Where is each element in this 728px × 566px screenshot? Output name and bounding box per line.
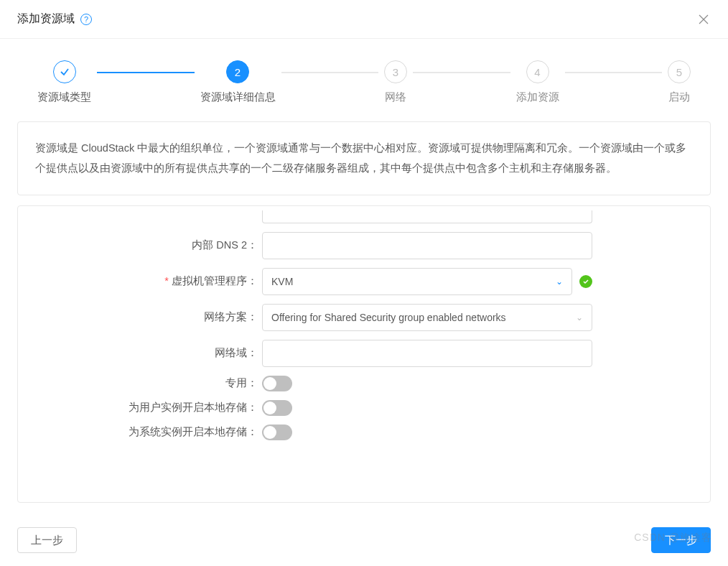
step-add-resources[interactable]: 4 添加资源 [516, 60, 559, 104]
form-control: KVM ⌄ [262, 268, 592, 295]
modal-footer: 上一步 下一步 [0, 517, 728, 566]
form-control [262, 340, 592, 367]
step-label: 资源域类型 [37, 91, 91, 104]
hypervisor-value: KVM [271, 276, 293, 287]
network-offering-label: 网络方案： [18, 310, 262, 324]
previous-input-bottom[interactable] [262, 210, 592, 223]
form-scroll-area[interactable]: 内部 DNS 2： 虚拟机管理程序： KVM ⌄ [18, 206, 710, 502]
step-zone-details[interactable]: 2 资源域详细信息 [200, 60, 276, 104]
wizard-steps: 资源域类型 2 资源域详细信息 3 网络 4 添加资源 5 启动 [17, 60, 711, 104]
form-control [262, 400, 592, 416]
network-offering-value: Offering for Shared Security group enabl… [271, 312, 506, 323]
form-row-dedicated: 专用： [18, 376, 710, 391]
zone-description: 资源域是 CloudStack 中最大的组织单位，一个资源域通常与一个数据中心相… [17, 121, 711, 195]
step-number-icon: 2 [226, 60, 249, 83]
internal-dns2-label: 内部 DNS 2： [18, 238, 262, 252]
step-zone-type[interactable]: 资源域类型 [37, 60, 91, 104]
check-icon [53, 60, 76, 83]
form-control [262, 424, 592, 440]
modal-title-wrap: 添加资源域 ? [17, 11, 92, 27]
form-row-hypervisor: 虚拟机管理程序： KVM ⌄ [18, 268, 710, 295]
step-connector [281, 72, 379, 73]
network-offering-select[interactable]: Offering for Shared Security group enabl… [262, 304, 592, 331]
form-control [262, 232, 592, 259]
step-connector [97, 72, 195, 73]
form-container: 内部 DNS 2： 虚拟机管理程序： KVM ⌄ [17, 205, 711, 503]
hypervisor-label: 虚拟机管理程序： [18, 274, 262, 288]
network-domain-input[interactable] [262, 340, 592, 367]
step-label: 网络 [385, 91, 406, 104]
form-row-local-storage-system: 为系统实例开启本地存储： [18, 424, 710, 440]
form-row-network-offering: 网络方案： Offering for Shared Security group… [18, 304, 710, 331]
local-storage-user-label: 为用户实例开启本地存储： [18, 401, 262, 414]
internal-dns2-input[interactable] [262, 232, 592, 259]
chevron-down-icon: ⌄ [556, 277, 563, 287]
form-row-prev-cut [18, 210, 710, 223]
close-icon[interactable] [696, 12, 711, 27]
form-control [262, 210, 592, 223]
form-row-network-domain: 网络域： [18, 340, 710, 367]
step-number-icon: 3 [384, 60, 407, 83]
step-connector [413, 72, 510, 73]
previous-button[interactable]: 上一步 [17, 527, 77, 553]
form-row-local-storage-user: 为用户实例开启本地存储： [18, 400, 710, 416]
local-storage-system-label: 为系统实例开启本地存储： [18, 425, 262, 439]
local-storage-system-toggle[interactable] [262, 424, 292, 440]
modal-header: 添加资源域 ? [0, 0, 728, 39]
hypervisor-select[interactable]: KVM ⌄ [262, 268, 572, 295]
next-button[interactable]: 下一步 [651, 527, 711, 553]
form-control: Offering for Shared Security group enabl… [262, 304, 592, 331]
step-label: 添加资源 [516, 91, 559, 104]
check-circle-icon [579, 275, 592, 288]
step-number-icon: 4 [526, 60, 549, 83]
step-label: 启动 [668, 91, 690, 104]
chevron-down-icon: ⌄ [576, 312, 583, 323]
modal-body: 资源域类型 2 资源域详细信息 3 网络 4 添加资源 5 启动 资源 [0, 39, 728, 517]
step-network[interactable]: 3 网络 [384, 60, 407, 104]
step-launch[interactable]: 5 启动 [668, 60, 691, 104]
form-control [262, 376, 592, 391]
step-connector [565, 72, 663, 73]
modal-title: 添加资源域 [17, 11, 75, 27]
dedicated-label: 专用： [18, 376, 262, 390]
step-number-icon: 5 [668, 60, 691, 83]
add-zone-modal: 添加资源域 ? 资源域类型 2 资源域详细信息 3 网络 [0, 0, 728, 566]
dedicated-toggle[interactable] [262, 376, 292, 391]
form-row-internal-dns2: 内部 DNS 2： [18, 232, 710, 259]
network-domain-label: 网络域： [18, 346, 262, 360]
step-label: 资源域详细信息 [200, 91, 276, 104]
help-icon[interactable]: ? [80, 14, 92, 25]
local-storage-user-toggle[interactable] [262, 400, 292, 416]
